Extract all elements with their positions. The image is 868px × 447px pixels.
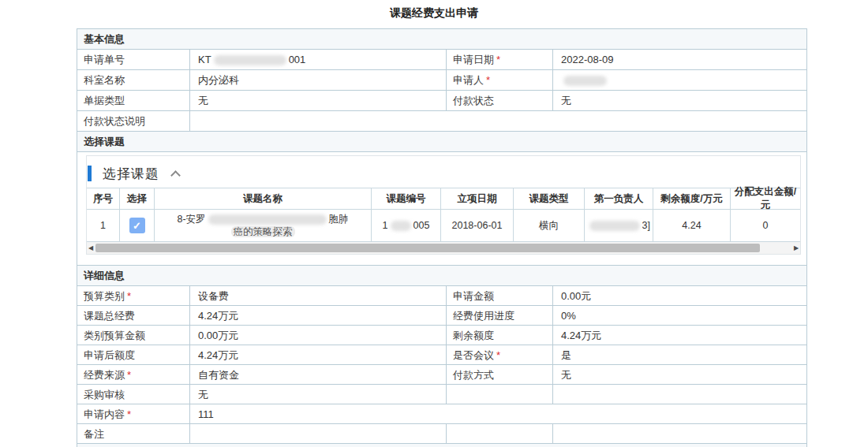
value-empty xyxy=(553,385,806,404)
value-apply-content: 111 xyxy=(190,404,806,423)
label-payment-method: 付款方式 xyxy=(447,365,553,384)
cell-topic-type: 横向 xyxy=(514,210,585,241)
label-department: 科室名称 xyxy=(77,70,190,90)
label-doc-type: 单据类型 xyxy=(77,91,190,110)
cell-topic-name: 8-安罗胞肺 癌的策略探索 xyxy=(155,210,372,241)
expense-application-form: 基本信息 申请单号 KT001 申请日期* 2022-08-09 科室名称 内分… xyxy=(77,28,807,447)
row-remark: 备注 xyxy=(77,424,806,444)
cell-select: ✓ xyxy=(120,210,155,241)
section-title: 选择课题 xyxy=(84,136,125,147)
label-budget-category: 预算类别* xyxy=(77,286,190,305)
value-remaining-quota: 4.24万元 xyxy=(553,326,806,345)
scroll-right-icon[interactable]: ▶ xyxy=(792,242,800,254)
row-application-no: 申请单号 KT001 申请日期* 2022-08-09 xyxy=(77,50,806,70)
label-procurement-review: 采购审核 xyxy=(77,385,190,404)
label-category-budget: 类别预算金额 xyxy=(77,326,190,345)
value-empty xyxy=(553,424,806,443)
select-topic-content: 选择课题 序号 选择 课题名称 课题编号 立项日期 课题类型 第一负责人 剩余额… xyxy=(77,152,806,266)
label-is-meeting: 是否会议* xyxy=(447,345,553,364)
row-fund-source: 经费来源* 自有资金 付款方式 无 xyxy=(77,365,806,385)
cell-start-date: 2018-06-01 xyxy=(441,210,514,241)
value-payment-status-note xyxy=(190,111,806,131)
redaction-patch xyxy=(214,55,286,65)
required-asterisk: * xyxy=(127,369,131,381)
value-total-funds: 4.24万元 xyxy=(190,306,447,325)
cell-allocated-amount: 0 xyxy=(731,210,800,241)
label-empty xyxy=(447,424,553,443)
value-payment-method: 无 xyxy=(553,365,806,384)
label-applicant: 申请人* xyxy=(447,70,553,90)
col-header-index: 序号 xyxy=(87,188,120,209)
row-budget-category: 预算类别* 设备费 申请金额 0.00元 xyxy=(77,286,806,306)
topic-table: 序号 选择 课题名称 课题编号 立项日期 课题类型 第一负责人 剩余额度/万元 … xyxy=(87,188,800,242)
col-header-first-leader: 第一负责人 xyxy=(585,188,653,209)
section-header-partial xyxy=(77,444,806,447)
value-budget-category: 设备费 xyxy=(190,286,447,305)
value-department: 内分泌科 xyxy=(190,70,447,90)
detail-info-section: 详细信息 预算类别* 设备费 申请金额 0.00元 课题总经费 4.24万元 经… xyxy=(77,266,806,447)
label-application-no: 申请单号 xyxy=(77,50,190,69)
required-asterisk: * xyxy=(496,349,500,361)
label-payment-status: 付款状态 xyxy=(447,91,553,110)
topic-select-checkbox[interactable]: ✓ xyxy=(129,218,145,233)
redaction-patch xyxy=(563,76,607,86)
label-empty xyxy=(447,385,553,404)
value-applicant xyxy=(553,70,806,90)
value-apply-amount: 0.00元 xyxy=(553,286,806,305)
label-apply-content: 申请内容* xyxy=(77,404,190,423)
panel-title: 选择课题 xyxy=(103,165,159,183)
section-title: 详细信息 xyxy=(84,270,125,281)
label-total-funds: 课题总经费 xyxy=(77,306,190,325)
value-is-meeting: 是 xyxy=(553,345,806,364)
row-department: 科室名称 内分泌科 申请人* xyxy=(77,70,806,91)
section-header-basic-info: 基本信息 xyxy=(77,29,806,50)
topic-table-row[interactable]: 1 ✓ 8-安罗胞肺 癌的策略探索 1005 xyxy=(87,210,800,242)
col-header-start-date: 立项日期 xyxy=(441,188,514,209)
select-topic-card: 选择课题 序号 选择 课题名称 课题编号 立项日期 课题类型 第一负责人 剩余额… xyxy=(86,155,801,255)
cell-remaining-quota: 4.24 xyxy=(653,210,731,241)
label-fund-source: 经费来源* xyxy=(77,365,190,384)
value-apply-date: 2022-08-09 xyxy=(553,50,806,69)
scroll-left-icon[interactable]: ◀ xyxy=(87,242,95,254)
section-header-detail-info: 详细信息 xyxy=(77,266,806,286)
required-asterisk: * xyxy=(127,408,131,420)
page-title: 课题经费支出申请 xyxy=(0,0,868,20)
scrollbar-thumb[interactable] xyxy=(95,244,760,252)
value-quota-after-apply: 4.24万元 xyxy=(190,345,447,364)
label-quota-after-apply: 申请后额度 xyxy=(77,345,190,364)
col-header-topic-name: 课题名称 xyxy=(155,188,372,209)
value-usage-progress: 0% xyxy=(553,306,806,325)
required-asterisk: * xyxy=(127,290,131,302)
accent-bar xyxy=(88,166,92,181)
scrollbar-track[interactable] xyxy=(95,244,792,252)
cell-index: 1 xyxy=(87,210,120,241)
required-asterisk: * xyxy=(486,74,490,86)
label-apply-date: 申请日期* xyxy=(447,50,553,69)
row-quota-after-apply: 申请后额度 4.24万元 是否会议* 是 xyxy=(77,345,806,365)
section-title: 基本信息 xyxy=(84,33,125,45)
row-apply-content: 申请内容* 111 xyxy=(77,404,806,424)
collapse-chevron-up-icon[interactable] xyxy=(170,170,181,181)
col-header-topic-type: 课题类型 xyxy=(514,188,585,209)
label-usage-progress: 经费使用进度 xyxy=(447,306,553,325)
redaction-patch xyxy=(589,221,640,231)
check-icon: ✓ xyxy=(133,221,141,231)
label-apply-amount: 申请金额 xyxy=(447,286,553,305)
value-payment-status: 无 xyxy=(553,91,806,110)
select-topic-panel-header: 选择课题 xyxy=(87,156,800,188)
topic-table-header-row: 序号 选择 课题名称 课题编号 立项日期 课题类型 第一负责人 剩余额度/万元 … xyxy=(87,188,800,210)
redaction-patch xyxy=(391,221,411,231)
value-application-no: KT001 xyxy=(190,50,447,69)
value-category-budget: 0.00万元 xyxy=(190,326,447,345)
value-doc-type: 无 xyxy=(190,91,447,110)
row-payment-status-note: 付款状态说明 xyxy=(77,111,806,132)
partially-redacted-text: 癌的策略探索 xyxy=(231,226,295,237)
horizontal-scrollbar[interactable]: ◀ ▶ xyxy=(87,242,800,254)
col-header-allocated-amount: 分配支出金额/元 xyxy=(731,188,800,209)
redaction-patch xyxy=(208,214,327,225)
row-procurement-review: 采购审核 无 xyxy=(77,385,806,404)
cell-first-leader: 3] xyxy=(585,210,653,241)
row-doc-type: 单据类型 无 付款状态 无 xyxy=(77,91,806,111)
col-header-remaining-quota: 剩余额度/万元 xyxy=(653,188,731,209)
col-header-select: 选择 xyxy=(120,188,155,209)
